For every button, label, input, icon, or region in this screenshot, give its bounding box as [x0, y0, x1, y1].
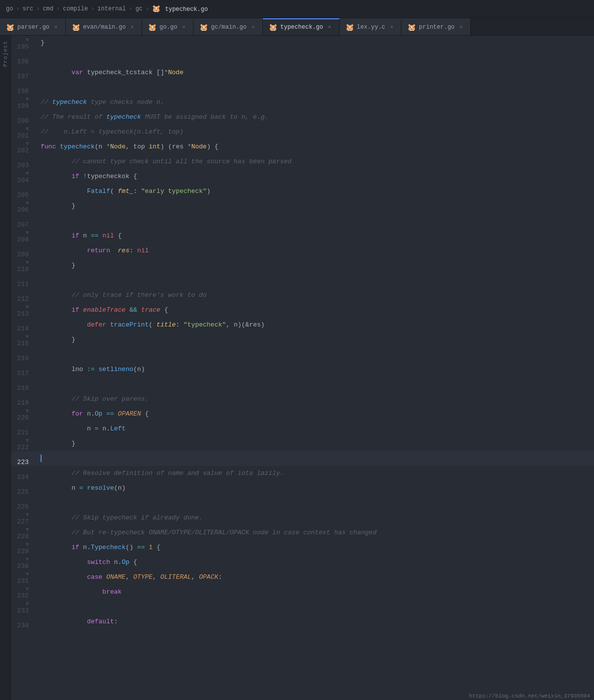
tab-parser-close[interactable]: × [52, 24, 59, 31]
table-row: 216 [11, 347, 594, 362]
fold-icon-227[interactable]: ▽ [22, 512, 29, 517]
line-num-216: 216 [11, 347, 37, 362]
table-row: 217 lno := setlineno(n) [11, 362, 594, 377]
fold-icon-232[interactable]: ▽ [22, 586, 29, 592]
fold-icon-233[interactable]: ▽ [22, 601, 29, 607]
fold-icon-210[interactable]: ▽ [22, 260, 29, 265]
tab-typecheck[interactable]: 🐹 typecheck.go × [263, 18, 339, 35]
fold-icon-202[interactable]: ▽ [22, 141, 29, 146]
tab-evan-main[interactable]: 🐹 evan/main.go × [66, 18, 142, 35]
line-content-218 [37, 377, 594, 392]
fold-icon-231[interactable]: ▽ [22, 571, 29, 577]
line-num-195: ▽195 [11, 36, 37, 50]
table-row: ▽195 } [11, 36, 594, 50]
breadcrumb-item-src[interactable]: src [23, 5, 34, 12]
breadcrumb-sep-2: › [36, 5, 40, 12]
line-content-216 [37, 347, 594, 362]
breadcrumb-item-cmd[interactable]: cmd [43, 5, 53, 12]
fold-icon-222[interactable]: ▽ [22, 438, 29, 443]
line-content-204: if !typecheckok { [37, 169, 594, 184]
breadcrumb-item-compile[interactable]: compile [63, 5, 88, 12]
fold-icon-201[interactable]: ▽ [22, 126, 29, 132]
fold-icon-206[interactable]: ▽ [22, 200, 29, 206]
line-num-205: 205 [11, 184, 37, 199]
line-num-215: ▽215 [11, 332, 37, 347]
fold-icon-215[interactable]: ▽ [22, 334, 29, 339]
table-row: 211 [11, 273, 594, 288]
tab-gc-main[interactable]: 🐹 gc/main.go × [194, 18, 263, 35]
fold-icon-230[interactable]: ▽ [22, 557, 29, 562]
table-row: 234 default: [11, 614, 594, 629]
table-row: 212 // only trace if there's work to do [11, 288, 594, 303]
line-num-232: ▽232 [11, 585, 37, 600]
status-bar: https://blog.csdn.net/weixin_37935594 [465, 692, 594, 700]
tab-evan-label: evan/main.go [83, 24, 126, 31]
tab-gc-icon: 🐹 [199, 23, 208, 32]
breadcrumb-item-gc[interactable]: gc [136, 5, 143, 12]
breadcrumb-sep-5: › [129, 5, 132, 12]
table-row: ▽229 if n.Typecheck() == 1 { [11, 540, 594, 555]
line-content-196 [37, 50, 594, 65]
fold-icon-195[interactable]: ▽ [22, 37, 29, 43]
table-row: 224 // Resolve definition of name and va… [11, 466, 594, 481]
code-area[interactable]: ▽195 } 196 197 var typecheck_tcstack []*… [11, 36, 594, 700]
breadcrumb-item-go[interactable]: go [6, 5, 13, 12]
line-content-231: case ONAME, OTYPE, OLITERAL, OPACK: [37, 570, 594, 585]
breadcrumb-sep-4: › [91, 5, 95, 12]
breadcrumb: go › src › cmd › compile › internal › gc… [0, 0, 594, 18]
table-row: 197 var typecheck_tcstack []*Node [11, 65, 594, 80]
line-content-198 [37, 80, 594, 95]
line-num-229: ▽229 [11, 540, 37, 555]
line-content-195: } [37, 36, 594, 50]
fold-icon-199[interactable]: ▽ [22, 96, 29, 102]
tab-gogo-label: go.go [159, 24, 177, 31]
table-row: 225 n = resolve(n) [11, 481, 594, 496]
line-num-213: ▽213 [11, 303, 37, 318]
tab-lex-close[interactable]: × [388, 24, 395, 31]
line-content-217: lno := setlineno(n) [37, 362, 594, 377]
line-content-222: } [37, 436, 594, 451]
line-content-229: if n.Typecheck() == 1 { [37, 540, 594, 555]
table-row: ▽202 func typecheck(n *Node, top int) (r… [11, 140, 594, 154]
tab-printer-close[interactable]: × [457, 24, 464, 31]
table-row: ▽230 switch n.Op { [11, 555, 594, 570]
fold-icon-208[interactable]: ▽ [22, 230, 29, 235]
tab-parser[interactable]: 🐹 parser.go × [0, 18, 66, 35]
line-num-230: ▽230 [11, 555, 37, 570]
fold-icon-213[interactable]: ▽ [22, 304, 29, 310]
line-num-209: 209 [11, 243, 37, 258]
tab-gogo[interactable]: 🐹 go.go × [142, 18, 194, 35]
fold-icon-204[interactable]: ▽ [22, 171, 29, 176]
tab-lex-icon: 🐹 [346, 23, 354, 32]
tab-typecheck-close[interactable]: × [326, 24, 333, 31]
line-num-210: ▽210 [11, 258, 37, 273]
line-content-230: switch n.Op { [37, 555, 594, 570]
editor-container: Project ▽195 } 196 197 var typecheck_tcs… [0, 36, 594, 700]
table-row: ▽231 case ONAME, OTYPE, OLITERAL, OPACK: [11, 570, 594, 585]
fold-icon-220[interactable]: ▽ [22, 408, 29, 414]
fold-icon-228[interactable]: ▽ [22, 527, 29, 532]
table-row: ▽201 // n.Left = typecheck(n.Left, top) [11, 125, 594, 140]
line-num-212: 212 [11, 288, 37, 303]
breadcrumb-item-file: 🐹 typecheck.go [152, 4, 208, 13]
tab-printer-label: printer.go [419, 24, 454, 31]
breadcrumb-item-internal[interactable]: internal [98, 5, 126, 12]
line-num-197: 197 [11, 65, 37, 80]
line-num-206: ▽206 [11, 199, 37, 214]
line-content-212: // only trace if there's work to do [37, 288, 594, 303]
line-content-205: Fatalf( fmt_: "early typecheck") [37, 184, 594, 199]
tab-evan-close[interactable]: × [129, 24, 136, 31]
tab-gogo-close[interactable]: × [180, 24, 187, 31]
line-content-199: // typecheck type checks node n. [37, 95, 594, 110]
line-content-227: // Skip typecheck if already done. [37, 511, 594, 525]
tab-lex[interactable]: 🐹 lex.yy.c × [340, 18, 402, 35]
tab-printer[interactable]: 🐹 printer.go × [401, 18, 471, 35]
side-panel-label[interactable]: Project [2, 41, 8, 67]
table-row: 200 // The result of typecheck MUST be a… [11, 110, 594, 125]
table-row: ▽232 break [11, 585, 594, 600]
line-num-226: 226 [11, 496, 37, 511]
fold-icon-229[interactable]: ▽ [22, 542, 29, 547]
line-content-225: n = resolve(n) [37, 481, 594, 496]
breadcrumb-sep-3: › [56, 5, 60, 12]
tab-gc-close[interactable]: × [249, 24, 256, 31]
